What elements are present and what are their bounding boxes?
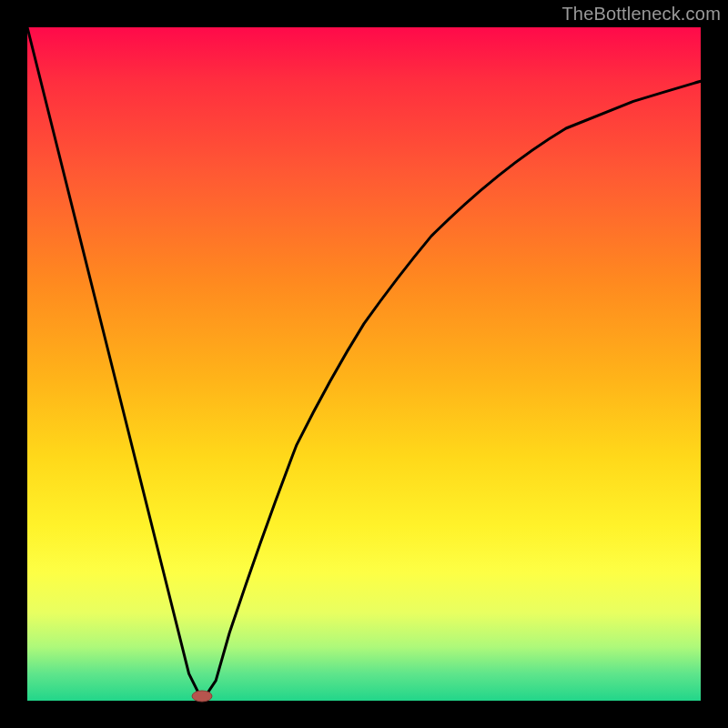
min-point-marker: [192, 691, 212, 702]
bottleneck-curve: [27, 27, 701, 701]
plot-svg: [27, 27, 701, 701]
watermark-text: TheBottleneck.com: [561, 4, 721, 25]
plot-area: [27, 27, 701, 701]
chart-frame: TheBottleneck.com: [0, 0, 728, 728]
